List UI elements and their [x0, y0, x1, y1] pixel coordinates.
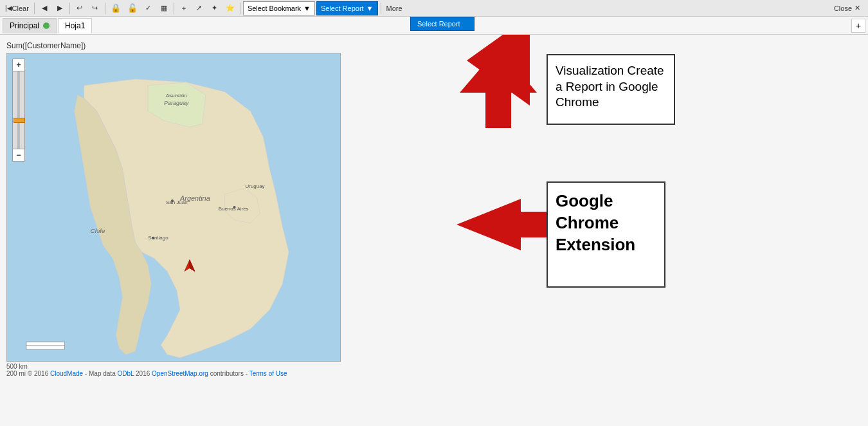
report-dropdown-arrow: ▼	[366, 5, 374, 12]
zoom-thumb[interactable]	[14, 118, 25, 123]
svg-text:San Juan: San Juan	[166, 199, 188, 205]
svg-rect-12	[26, 342, 65, 346]
toolbar: |◀ Clear ◀ ▶ ↩ ↪ 🔒 🔓 ✓ ▦ + ↗ ✦ ⭐ Select …	[0, 0, 868, 17]
chart-button[interactable]: ▦	[157, 1, 171, 15]
select-report-label: Select Report	[321, 5, 364, 12]
close-label: Close	[834, 5, 852, 12]
bookmark-icon: ⭐	[226, 4, 235, 12]
divider-2	[69, 3, 70, 14]
odbl-link[interactable]: ODbL	[118, 370, 134, 377]
cloudmade-link[interactable]: CloudMade	[50, 370, 83, 377]
tab-principal-dot	[43, 23, 50, 29]
unlock-icon: 🔓	[127, 3, 138, 13]
svg-text:Paraguay: Paraguay	[164, 100, 189, 106]
check-button[interactable]: ✓	[141, 1, 156, 15]
forward-icon: ▶	[57, 4, 62, 12]
map-data-label: - Map data	[85, 370, 118, 377]
divider-3	[105, 3, 105, 14]
annotation-2-text: Google Chrome Extension	[556, 191, 635, 254]
svg-text:Asunción: Asunción	[166, 93, 187, 98]
unlock-button[interactable]: 🔓	[125, 1, 140, 15]
more-button[interactable]: More	[384, 1, 405, 15]
undo-button[interactable]: ↩	[73, 1, 87, 15]
back-icon: ◀	[42, 4, 47, 12]
check-icon: ✓	[145, 4, 151, 12]
svg-point-9	[152, 237, 154, 239]
svg-text:Santiago: Santiago	[148, 235, 168, 241]
map-container[interactable]: 💾 ⤢ — ✕ + −	[6, 53, 341, 362]
select-bookmark-label: Select Bookmark	[248, 5, 301, 12]
year-label: 2016	[136, 370, 152, 377]
contributors-label: contributors -	[210, 370, 249, 377]
tab-principal[interactable]: Principal	[3, 18, 57, 33]
redo-icon: ↪	[92, 4, 98, 12]
annotation-1-text: Visualization Create a Report in Google …	[556, 64, 664, 109]
select-report-item[interactable]: Select Report	[411, 17, 474, 30]
pin-button[interactable]: ✦	[208, 1, 222, 15]
svg-marker-18	[460, 48, 537, 93]
arrow-button[interactable]: ↗	[192, 1, 206, 15]
arrow-icon: ↗	[196, 4, 202, 12]
tab-principal-label: Principal	[10, 21, 39, 30]
svg-point-11	[233, 206, 236, 208]
right-panel: Visualization Create a Report in Google …	[379, 35, 868, 426]
select-bookmark-dropdown[interactable]: Select Bookmark ▼	[243, 1, 315, 15]
chart-icon: ▦	[161, 4, 167, 12]
map-footer: 500 km 200 mi © 2016 CloudMade - Map dat…	[6, 363, 373, 377]
back-button[interactable]: ◀	[37, 1, 51, 15]
zoom-slider[interactable]	[12, 71, 25, 149]
scale-label: 500 km	[6, 363, 28, 370]
map-title: Sum([CustomerName])	[6, 41, 373, 50]
svg-text:Uruguay: Uruguay	[246, 183, 265, 189]
svg-point-10	[171, 199, 174, 202]
svg-marker-17	[485, 93, 511, 128]
annotation-box-2: Google Chrome Extension	[547, 181, 665, 288]
add-button[interactable]: +	[177, 1, 191, 15]
bookmark-dropdown-arrow: ▼	[303, 5, 311, 12]
annotation-box-1: Visualization Create a Report in Google …	[547, 54, 675, 125]
tab-hoja1[interactable]: Hoja1	[58, 18, 92, 33]
terms-link[interactable]: Terms of Use	[249, 370, 287, 377]
divider-4	[174, 3, 174, 14]
undo-icon: ↩	[77, 4, 82, 12]
map-svg: Argentina Chile Paraguay Asunción Urugua…	[7, 53, 340, 361]
zoom-in-button[interactable]: +	[12, 59, 25, 71]
zoom-track	[17, 71, 20, 149]
divider-6	[381, 3, 381, 14]
lock-button[interactable]: 🔒	[108, 1, 123, 15]
divider-1	[34, 3, 35, 14]
add-tab-button[interactable]: +	[851, 19, 865, 33]
lock-icon: 🔒	[111, 3, 121, 13]
clear-icon: |◀	[5, 5, 12, 12]
main-content: Sum([CustomerName]) 💾 ⤢ — ✕ + −	[0, 35, 868, 426]
osm-link[interactable]: OpenStreetMap.org	[152, 370, 208, 377]
map-credit: © 2016	[28, 370, 50, 377]
map-zoom-controls: + −	[12, 59, 25, 162]
pin-icon: ✦	[212, 4, 217, 12]
clear-label: Clear	[12, 5, 29, 12]
add-icon: +	[182, 5, 186, 12]
divider-5	[240, 3, 240, 14]
bookmark-button[interactable]: ⭐	[223, 1, 237, 15]
map-panel: Sum([CustomerName]) 💾 ⤢ — ✕ + −	[0, 35, 379, 426]
zoom-out-button[interactable]: −	[12, 149, 25, 162]
svg-rect-13	[26, 346, 65, 349]
forward-button[interactable]: ▶	[53, 1, 67, 15]
svg-text:Chile: Chile	[91, 227, 105, 234]
tab-hoja1-label: Hoja1	[65, 21, 85, 30]
close-button[interactable]: Close ✕	[829, 1, 865, 15]
redo-button[interactable]: ↪	[88, 1, 102, 15]
close-icon: ✕	[854, 4, 860, 12]
more-label: More	[386, 5, 402, 12]
scale-label-mi: 200 mi	[6, 370, 26, 377]
select-report-dropdown[interactable]: Select Report ▼	[316, 1, 378, 15]
select-report-popup: Select Report	[410, 17, 475, 31]
clear-button[interactable]: |◀ Clear	[3, 1, 32, 15]
